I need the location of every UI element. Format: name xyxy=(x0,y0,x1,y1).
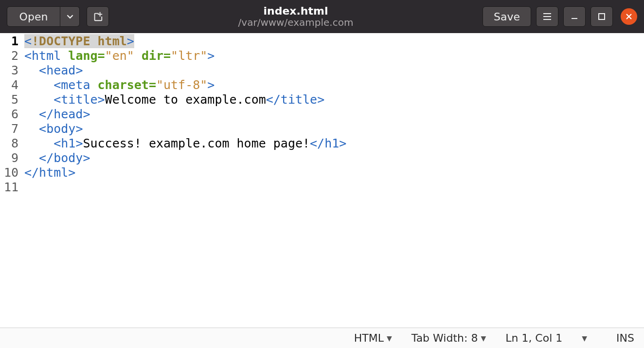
hamburger-icon xyxy=(542,12,552,21)
line-number: 9 xyxy=(0,151,18,165)
svg-rect-0 xyxy=(599,14,605,19)
open-recent-dropdown[interactable] xyxy=(60,6,80,27)
titlebar: Open index.html /var/www/example.com Sav… xyxy=(0,0,644,33)
line-number: 2 xyxy=(0,49,18,63)
new-tab-icon xyxy=(92,11,103,22)
minimize-button[interactable] xyxy=(563,6,586,27)
tab-width-label: Tab Width: 8 xyxy=(411,332,478,344)
maximize-button[interactable] xyxy=(590,6,613,27)
line-number: 7 xyxy=(0,122,18,136)
file-name: index.html xyxy=(114,5,478,17)
code-line[interactable]: <!DOCTYPE html> xyxy=(24,34,644,49)
chevron-down-icon: ▼ xyxy=(387,334,392,342)
cursor-position[interactable]: Ln 1, Col 1 xyxy=(505,332,562,344)
close-button[interactable] xyxy=(621,8,637,25)
document-menu[interactable]: ▼ xyxy=(582,334,587,342)
editor-area[interactable]: 1234567891011 <!DOCTYPE html><html lang=… xyxy=(0,33,644,328)
code-line[interactable]: <meta charset="utf-8"> xyxy=(24,78,644,92)
open-button-group: Open xyxy=(7,6,80,27)
code-line[interactable] xyxy=(24,180,644,195)
chevron-down-icon: ▼ xyxy=(582,334,587,342)
line-number: 6 xyxy=(0,107,18,122)
line-number: 8 xyxy=(0,136,18,151)
language-label: HTML xyxy=(354,332,384,344)
code-content[interactable]: <!DOCTYPE html><html lang="en" dir="ltr"… xyxy=(22,33,644,328)
file-path: /var/www/example.com xyxy=(114,17,478,28)
close-icon xyxy=(625,13,633,20)
language-selector[interactable]: HTML ▼ xyxy=(354,332,392,344)
save-button[interactable]: Save xyxy=(483,6,531,27)
maximize-icon xyxy=(598,13,606,20)
title-area: index.html /var/www/example.com xyxy=(114,5,478,28)
code-line[interactable]: </html> xyxy=(24,165,644,180)
chevron-down-icon: ▼ xyxy=(481,334,486,342)
chevron-down-icon xyxy=(67,13,73,20)
tab-width-selector[interactable]: Tab Width: 8 ▼ xyxy=(411,332,486,344)
line-number: 3 xyxy=(0,63,18,78)
insert-mode-label: INS xyxy=(616,332,634,344)
line-number: 4 xyxy=(0,78,18,92)
status-bar: HTML ▼ Tab Width: 8 ▼ Ln 1, Col 1 ▼ INS xyxy=(0,328,644,348)
code-line[interactable]: <title>Welcome to example.com</title> xyxy=(24,92,644,107)
code-line[interactable]: <html lang="en" dir="ltr"> xyxy=(24,49,644,63)
code-line[interactable]: </head> xyxy=(24,107,644,122)
line-number: 1 xyxy=(0,34,18,49)
new-tab-button[interactable] xyxy=(87,6,109,27)
line-number: 10 xyxy=(0,165,18,180)
line-number: 11 xyxy=(0,180,18,195)
code-line[interactable]: <h1>Success! example.com home page!</h1> xyxy=(24,136,644,151)
line-number: 5 xyxy=(0,92,18,107)
code-line[interactable]: <body> xyxy=(24,122,644,136)
cursor-position-label: Ln 1, Col 1 xyxy=(505,332,562,344)
minimize-icon xyxy=(570,12,579,21)
code-line[interactable]: </body> xyxy=(24,151,644,165)
line-number-gutter: 1234567891011 xyxy=(0,33,22,328)
insert-mode-toggle[interactable]: INS xyxy=(616,332,634,344)
open-button[interactable]: Open xyxy=(7,6,60,27)
hamburger-menu-button[interactable] xyxy=(536,6,558,27)
code-line[interactable]: <head> xyxy=(24,63,644,78)
